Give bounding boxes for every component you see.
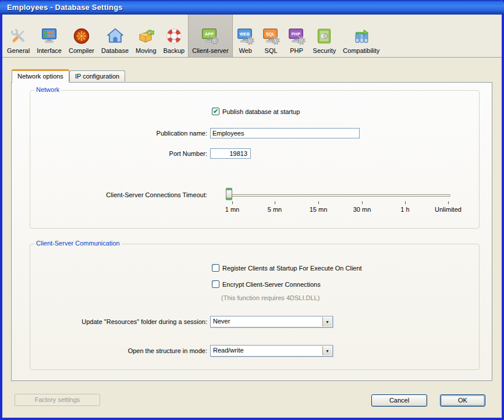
dialog-window: Employees - Database Settings General [0,0,504,420]
ok-button[interactable]: OK [440,394,485,407]
checkmark-icon: ✔ [213,108,218,115]
structure-mode-dropdown-button[interactable]: ▼ [322,346,332,355]
house-icon [106,26,125,46]
compiler-dial-icon [72,26,91,46]
toolbar-item-database[interactable]: Database [98,15,132,57]
toolbar-item-label: Database [101,47,129,54]
slider-tick [232,201,233,204]
monitor-options-icon [40,26,59,46]
toolbar-item-web[interactable]: WEB Web [233,15,258,57]
toolbar-item-label: General [7,47,30,54]
toolbar-item-moving[interactable]: Moving [132,15,159,57]
window-title: Employees - Database Settings [0,3,123,12]
toolbar-item-label: PHP [290,47,303,54]
tab-bar: Network options IP configuration [12,69,125,83]
toolbar-item-security[interactable]: Security [310,15,340,57]
toolbar-item-label: Interface [37,47,62,54]
slider-tick [275,201,275,204]
communication-groupbox-label: Client-Server Communication [34,240,122,247]
safe-icon [315,26,333,46]
network-groupbox-label: Network [34,86,61,93]
tab-label: IP configuration [75,73,119,80]
box-arrow-icon [137,26,155,46]
structure-mode-label: Open the structure in mode: [15,347,207,354]
slider-thumb[interactable] [226,188,232,200]
svg-text:APP: APP [205,31,214,37]
chevron-down-icon: ▼ [325,320,329,324]
publish-checkbox-label[interactable]: Publish database at startup [222,108,300,115]
resources-dropdown-value: Never [213,318,230,325]
slider-tick-label: Unlimited [425,206,471,213]
slider-tick [405,201,406,204]
titlebar[interactable]: Employees - Database Settings [0,0,504,15]
register-checkbox-label[interactable]: Register Clients at Startup For Execute … [222,265,362,272]
factory-settings-button[interactable]: Factory settings [15,394,100,406]
resources-dropdown-button[interactable]: ▼ [322,317,332,326]
register-checkbox-row: ✔ Register Clients at Startup For Execut… [212,264,362,272]
toolbar-item-label: Compiler [69,47,94,54]
toolbar-item-interface[interactable]: Interface [33,15,65,57]
sql-monitor-gear-icon: SQL [262,26,281,46]
toolbar-item-php[interactable]: PHP PHP [284,15,310,57]
binders-arrow-icon [352,26,371,46]
port-number-input[interactable] [210,148,251,159]
encrypt-checkbox-row: ✔ Encrypt Client-Server Connections [212,280,321,288]
slider-tick-label: 30 mn [339,206,385,213]
port-number-label: Port Number: [33,150,207,157]
timeout-label: Client-Server Connections Timeout: [33,191,207,198]
lifebuoy-icon [165,26,183,46]
web-monitor-gear-icon: WEB [236,26,255,46]
toolbar-item-label: Backup [164,47,185,54]
svg-text:SQL: SQL [265,31,275,37]
slider-tick [362,201,363,204]
toolbar-item-label: Web [239,47,251,54]
toolbar-item-backup[interactable]: Backup [160,15,189,57]
php-monitor-gear-icon: PHP [288,26,306,46]
toolbar-item-general[interactable]: General [3,15,33,57]
toolbar-item-label: Moving [136,47,156,54]
tab-network-options[interactable]: Network options [12,69,69,83]
toolbar-item-label: Compatibility [343,47,379,54]
structure-mode-dropdown-value: Read/write [213,347,244,354]
toolbar-item-label: Client-server [192,47,228,54]
chevron-down-icon: ▼ [325,349,329,353]
slider-tick-label: 1 h [382,206,428,213]
app-monitor-gear-icon: APP [201,26,219,46]
slider-tick [448,201,449,204]
toolbar-item-compatibility[interactable]: Compatibility [339,15,383,57]
toolbar-item-label: SQL [265,47,278,54]
tab-label: Network options [17,73,63,80]
slider-track[interactable] [229,194,450,197]
slider-tick [318,201,319,204]
publish-checkbox[interactable]: ✔ [212,108,219,115]
resources-dropdown[interactable]: Never ▼ [210,316,333,328]
tab-ip-configuration[interactable]: IP configuration [69,70,125,81]
publication-name-input[interactable] [210,128,360,138]
slider-tick-label: 15 mn [295,206,342,213]
tab-panel: Network ✔ Publish database at startup Pu… [11,82,492,381]
encrypt-checkbox-label[interactable]: Encrypt Client-Server Connections [222,281,321,288]
register-checkbox[interactable]: ✔ [212,264,219,272]
structure-mode-dropdown[interactable]: Read/write ▼ [210,345,333,357]
toolbar: General Interface [2,15,502,58]
svg-text:WEB: WEB [239,31,250,37]
toolbar-item-client-server[interactable]: APP Client-server [188,15,232,57]
wrench-screwdriver-icon [9,26,28,46]
toolbar-item-label: Security [313,47,336,54]
encrypt-note: (This function requires 4DSLI.DLL) [221,294,320,301]
resources-dropdown-label: Update "Resources" folder during a sessi… [15,318,207,325]
publication-name-label: Publication name: [33,130,207,137]
timeout-slider: 1 mn 5 mn 15 mn 30 mn 1 h Unlimited [226,187,454,215]
toolbar-item-sql[interactable]: SQL SQL [258,15,284,57]
encrypt-checkbox[interactable]: ✔ [212,280,219,288]
slider-tick-label: 1 mn [209,206,255,213]
toolbar-item-compiler[interactable]: Compiler [65,15,98,57]
slider-tick-label: 5 mn [251,206,298,213]
svg-text:PHP: PHP [291,31,300,37]
publish-checkbox-row: ✔ Publish database at startup [212,108,300,115]
cancel-button[interactable]: Cancel [371,394,427,407]
